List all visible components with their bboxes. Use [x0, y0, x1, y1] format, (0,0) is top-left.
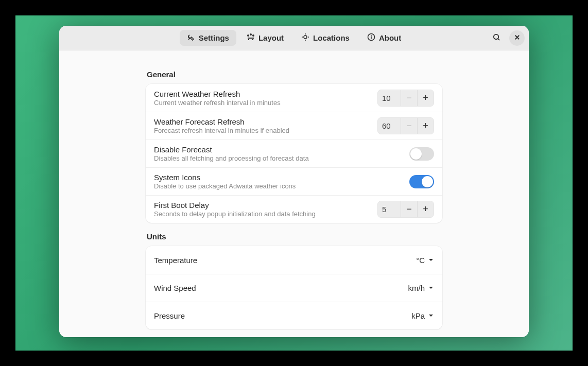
plus-icon: +: [423, 120, 428, 131]
svg-point-1: [250, 33, 252, 36]
row-subtitle: Forecast refresh interval in minutes if …: [154, 127, 377, 134]
tab-layout[interactable]: Layout: [239, 30, 291, 46]
tab-settings[interactable]: Settings: [180, 30, 236, 46]
increment-button[interactable]: +: [417, 90, 434, 106]
row-subtitle: Disable to use packaged Adwaita weather …: [154, 182, 409, 190]
row-subtitle: Seconds to delay popup initialization an…: [154, 210, 377, 218]
svg-point-0: [247, 34, 249, 37]
row-wind-speed[interactable]: Wind Speed km/h: [146, 274, 442, 302]
dropdown-value: km/h: [408, 284, 425, 292]
svg-point-8: [493, 34, 498, 39]
close-button[interactable]: [509, 30, 525, 46]
tab-label: Settings: [199, 33, 229, 42]
tab-label: Layout: [258, 33, 284, 42]
first-boot-input[interactable]: [378, 201, 401, 217]
row-system-icons: System Icons Disable to use packaged Adw…: [146, 167, 442, 195]
row-forecast-refresh: Weather Forecast Refresh Forecast refres…: [146, 112, 442, 140]
units-group: Temperature °C Wind Speed km/h: [146, 246, 442, 329]
temperature-dropdown[interactable]: °C: [416, 254, 434, 267]
tools-icon: [187, 33, 195, 43]
minus-icon: −: [406, 120, 412, 131]
tab-label: About: [379, 33, 401, 42]
row-title: Weather Forecast Refresh: [154, 117, 377, 126]
minus-icon: −: [406, 93, 412, 103]
row-subtitle: Current weather refresh interval in minu…: [154, 99, 377, 107]
close-icon: [513, 33, 521, 43]
first-boot-stepper: − +: [377, 201, 434, 218]
row-first-boot-delay: First Boot Delay Seconds to delay popup …: [146, 195, 442, 223]
svg-point-2: [252, 34, 254, 37]
search-icon: [493, 33, 500, 43]
row-title: Disable Forecast: [154, 145, 409, 154]
row-disable-forecast: Disable Forecast Disables all fetching a…: [146, 140, 442, 167]
location-icon: [301, 33, 309, 43]
row-title: Pressure: [154, 311, 411, 320]
svg-rect-3: [248, 38, 254, 39]
increment-button[interactable]: +: [417, 201, 434, 217]
current-refresh-input[interactable]: [378, 90, 401, 106]
current-refresh-stepper: − +: [377, 90, 434, 107]
svg-rect-5: [252, 39, 253, 40]
section-header-units: Units: [147, 232, 442, 241]
chevron-down-icon: [428, 311, 434, 320]
info-icon: [367, 33, 375, 43]
row-temperature[interactable]: Temperature °C: [146, 246, 442, 274]
minus-icon: −: [406, 204, 412, 215]
tab-about[interactable]: About: [360, 30, 408, 46]
svg-point-6: [304, 36, 307, 39]
chevron-down-icon: [428, 256, 434, 265]
row-title: Wind Speed: [154, 284, 408, 292]
disable-forecast-switch[interactable]: [409, 147, 434, 161]
search-button[interactable]: [489, 30, 504, 46]
row-current-weather-refresh: Current Weather Refresh Current weather …: [146, 84, 442, 112]
row-subtitle: Disables all fetching and processing of …: [154, 154, 409, 162]
row-title: First Boot Delay: [154, 201, 377, 210]
row-pressure[interactable]: Pressure kPa: [146, 302, 442, 329]
pressure-dropdown[interactable]: kPa: [411, 309, 434, 322]
row-title: Current Weather Refresh: [154, 90, 377, 98]
svg-rect-4: [248, 39, 249, 40]
tab-locations[interactable]: Locations: [294, 30, 357, 46]
dropdown-value: °C: [416, 256, 425, 265]
content-area: General Current Weather Refresh Current …: [59, 50, 529, 337]
tab-label: Locations: [313, 33, 350, 42]
plus-icon: +: [423, 204, 428, 215]
plus-icon: +: [423, 93, 428, 103]
layout-icon: [247, 33, 255, 43]
forecast-refresh-input[interactable]: [378, 118, 401, 134]
preferences-window: Settings Layout Locations About: [59, 26, 529, 337]
row-title: System Icons: [154, 173, 409, 182]
header-bar: Settings Layout Locations About: [59, 26, 529, 50]
section-header-general: General: [147, 70, 442, 79]
system-icons-switch[interactable]: [409, 175, 434, 188]
decrement-button[interactable]: −: [401, 118, 417, 134]
decrement-button[interactable]: −: [401, 201, 417, 217]
general-group: Current Weather Refresh Current weather …: [146, 84, 442, 223]
wind-dropdown[interactable]: km/h: [408, 282, 434, 294]
dropdown-value: kPa: [411, 311, 425, 320]
row-title: Temperature: [154, 256, 416, 265]
view-switcher: Settings Layout Locations About: [59, 30, 529, 46]
increment-button[interactable]: +: [417, 118, 434, 134]
chevron-down-icon: [428, 284, 434, 292]
forecast-refresh-stepper: − +: [377, 117, 434, 134]
decrement-button[interactable]: −: [401, 90, 417, 106]
